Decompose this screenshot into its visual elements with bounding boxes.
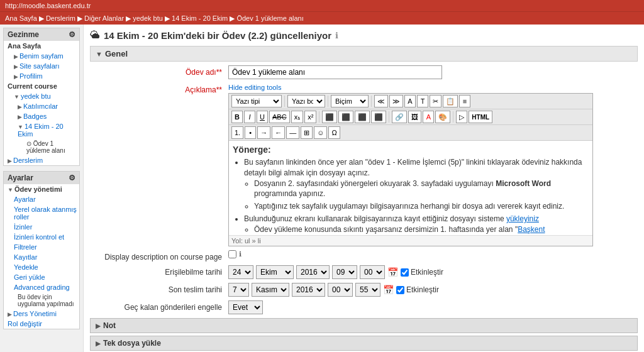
indent-btn[interactable]: → <box>257 126 270 139</box>
toolbar-btn-5[interactable]: ✂ <box>430 95 441 107</box>
breadcrumb-diger[interactable]: Diğer Alanlar <box>84 14 124 22</box>
settings-filtreler[interactable]: Filtreler <box>4 242 79 252</box>
toolbar-btn-6[interactable]: 📋 <box>443 95 458 107</box>
image-btn[interactable]: 🖼 <box>408 111 421 123</box>
more-btn[interactable]: ▷ <box>456 111 467 123</box>
display-desc-help[interactable]: ℹ <box>239 250 242 258</box>
settings-yedekle[interactable]: Yedekle <box>4 262 79 272</box>
nav-item-14ekim[interactable]: ▼14 Ekim - 20 Ekim <box>4 121 79 139</box>
italic-btn[interactable]: I <box>244 111 255 123</box>
not-section-header[interactable]: ▶ Not <box>90 318 638 333</box>
nav-item-katilim[interactable]: ▶Katılımcılar <box>4 101 79 111</box>
display-desc-checkbox[interactable] <box>228 250 236 258</box>
settings-odev-yonetimi[interactable]: ▼Ödev yönetimi <box>4 184 79 194</box>
erisim-cal-icon[interactable]: 📅 <box>387 267 398 277</box>
nav-item-profil[interactable]: ▶Profilim <box>4 71 79 81</box>
erisim-label: Erişilebilme tarihi <box>90 265 228 277</box>
settings-izinler[interactable]: İzinler <box>4 222 79 232</box>
gezinme-gear[interactable]: ⚙ <box>69 30 75 39</box>
align-right-btn[interactable]: ⬛ <box>355 111 370 123</box>
settings-izinler-kontrol[interactable]: İzinleri kontrol et <box>4 232 79 242</box>
breadcrumb-odev[interactable]: Ödev 1 yükleme alanı <box>236 14 303 22</box>
sub-btn[interactable]: x₁ <box>291 111 304 123</box>
breadcrumb-home[interactable]: Ana Sayfa <box>5 14 37 22</box>
erisim-hour-select[interactable]: 09 <box>332 265 357 279</box>
nav-item-site[interactable]: ▶Site sayfaları <box>4 61 79 71</box>
erisim-enable-checkbox[interactable] <box>401 268 409 277</box>
link-btn[interactable]: 🔗 <box>392 111 407 123</box>
aciklama-row: Açıklama* Hide editing tools Yazı tipi <box>90 83 638 246</box>
justify-btn[interactable]: ⬛ <box>371 111 386 123</box>
son-day-select[interactable]: 7 <box>228 283 249 297</box>
gec-kalan-select[interactable]: Evet Hayır <box>228 300 263 314</box>
settings-ders-yonetimi[interactable]: ▶Ders Yönetimi <box>4 309 79 319</box>
ayarlar-gear[interactable]: ⚙ <box>69 173 75 182</box>
settings-geri[interactable]: Geri yükle <box>4 272 79 282</box>
page-title-bar: 🌥 14 Ekim - 20 Ekim'deki bir Ödev (2.2) … <box>90 30 638 41</box>
nav-item-yedek[interactable]: ▼yedek btu <box>4 91 79 101</box>
toolbar-sep5 <box>389 111 389 123</box>
odev-adi-input[interactable] <box>228 65 442 79</box>
bold-btn[interactable]: B <box>231 111 243 123</box>
char-btn[interactable]: Ω <box>328 126 340 139</box>
gec-kalan-control: Evet Hayır <box>228 300 638 314</box>
ol-btn[interactable]: 1. <box>231 126 243 139</box>
html-btn[interactable]: HTML <box>469 111 492 123</box>
nav-item-benim[interactable]: ▶Benim sayfam <box>4 51 79 61</box>
ul-btn[interactable]: • <box>245 126 256 139</box>
genel-section-header[interactable]: ▼ Genel <box>90 46 638 62</box>
format-select[interactable]: Biçim <box>331 95 369 107</box>
settings-kayitlar[interactable]: Kayıtlar <box>4 252 79 262</box>
nav-item-anasayfa[interactable]: Ana Sayfa <box>4 41 79 51</box>
editor-content[interactable]: Yönerge: Bu sayfanın linkinden önce yer … <box>229 141 592 235</box>
font-family-select[interactable]: Yazı tipi <box>231 95 282 107</box>
toolbar-btn-4[interactable]: T <box>417 95 428 107</box>
erisim-min-select[interactable]: 00 <box>360 265 385 279</box>
smile-btn[interactable]: ☺ <box>314 126 327 139</box>
son-month-select[interactable]: Kasım <box>252 283 289 297</box>
display-desc-control: ℹ <box>228 250 638 258</box>
breadcrumb-hafta[interactable]: 14 Ekim - 20 Ekim <box>172 14 228 22</box>
son-cal-icon[interactable]: 📅 <box>383 285 394 295</box>
toolbar-btn-3[interactable]: A <box>404 95 416 107</box>
font-size-select[interactable]: Yazı boyutu <box>287 95 325 107</box>
strike-btn[interactable]: ABC <box>269 111 290 123</box>
gezinme-block: Gezinme ⚙ Ana Sayfa ▶Benim sayfam ▶Site … <box>3 28 80 166</box>
erisim-month-select[interactable]: Ekim <box>256 265 294 279</box>
hr-btn[interactable]: — <box>286 126 299 139</box>
editor-status: Yol: ul » li <box>229 235 592 246</box>
gec-kalan-label: Geç kalan gönderileri engelle <box>90 300 228 312</box>
breadcrumb-yedek[interactable]: yedek btu <box>133 14 163 22</box>
ayarlar-title[interactable]: Ayarlar ⚙ <box>4 172 79 184</box>
gezinme-title[interactable]: Gezinme ⚙ <box>4 28 79 41</box>
color-btn[interactable]: A <box>423 111 434 123</box>
table-btn[interactable]: ⊞ <box>301 126 313 139</box>
settings-yerel[interactable]: Yerel olarak atanmış roller <box>4 204 79 222</box>
align-left-btn[interactable]: ⬛ <box>322 111 337 123</box>
underline-btn[interactable]: U <box>257 111 268 123</box>
breadcrumb-derslerim[interactable]: Derslerim <box>46 14 75 22</box>
help-icon[interactable]: ℹ <box>335 31 338 40</box>
align-center-btn[interactable]: ⬛ <box>338 111 353 123</box>
hide-editing-tools[interactable]: Hide editing tools <box>228 84 281 91</box>
toolbar-btn-7[interactable]: ≡ <box>459 95 470 107</box>
son-year-select[interactable]: 2016 <box>292 283 325 297</box>
toolbar-btn-1[interactable]: ≪ <box>374 95 388 107</box>
erisim-year-select[interactable]: 2016 <box>296 265 330 279</box>
nav-item-badges[interactable]: ▶Badges <box>4 111 79 121</box>
settings-ayarlar[interactable]: Ayarlar <box>4 194 79 204</box>
settings-rol[interactable]: Rol değiştir <box>4 319 79 329</box>
erisim-day-select[interactable]: 24 <box>228 265 253 279</box>
outdent-btn[interactable]: ← <box>272 126 285 139</box>
not-arrow: ▶ <box>96 322 101 329</box>
sup-btn[interactable]: x² <box>304 111 316 123</box>
toolbar-sep3 <box>371 96 372 107</box>
son-hour-select[interactable]: 00 <box>328 283 353 297</box>
settings-advanced-grading[interactable]: Advanced grading <box>4 282 79 292</box>
nav-item-derslerim[interactable]: ▶Derslerim <box>4 155 79 165</box>
bg-btn[interactable]: 🎨 <box>435 111 450 123</box>
toolbar-btn-2[interactable]: ≫ <box>389 95 403 107</box>
son-enable-checkbox[interactable] <box>396 286 404 294</box>
son-min-select[interactable]: 55 <box>355 283 380 297</box>
tek-dosya-header[interactable]: ▶ Tek dosya yükle <box>90 336 638 351</box>
